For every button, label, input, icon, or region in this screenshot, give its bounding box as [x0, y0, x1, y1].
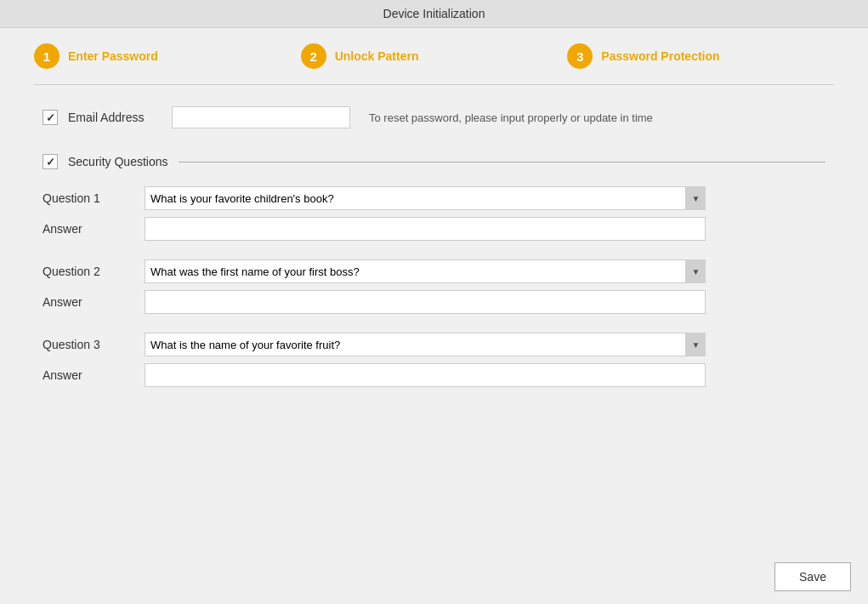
- email-checkbox[interactable]: [43, 110, 58, 125]
- steps-bar: 1 Enter Password 2 Unlock Pattern 3 Pass…: [0, 28, 868, 84]
- answer-3-input[interactable]: [145, 363, 706, 387]
- step-2: 2 Unlock Pattern: [301, 43, 568, 69]
- email-hint: To reset password, please input properly…: [369, 111, 653, 124]
- question-block-3: Question 3 What is the name of your favo…: [43, 333, 825, 387]
- main-content: Email Address To reset password, please …: [0, 85, 868, 554]
- question-1-select[interactable]: What is your favorite children's book? W…: [145, 186, 706, 210]
- save-button[interactable]: Save: [774, 562, 851, 591]
- question-3-row: Question 3 What is the name of your favo…: [43, 333, 825, 356]
- title-bar: Device Initialization: [0, 0, 868, 28]
- security-checkbox[interactable]: [43, 154, 58, 169]
- answer-2-label: Answer: [43, 295, 136, 309]
- question-2-select-wrapper: What was the first name of your first bo…: [145, 259, 706, 283]
- question-2-select[interactable]: What was the first name of your first bo…: [145, 259, 706, 283]
- step-1: 1 Enter Password: [34, 43, 301, 69]
- window: Device Initialization 1 Enter Password 2…: [0, 0, 868, 604]
- security-section: Security Questions Question 1 What is yo…: [43, 154, 825, 387]
- security-divider: [179, 162, 826, 162]
- footer: Save: [0, 554, 868, 604]
- security-header: Security Questions: [43, 154, 825, 169]
- answer-2-input[interactable]: [145, 290, 706, 314]
- answer-1-label: Answer: [43, 222, 136, 236]
- step-2-label: Unlock Pattern: [335, 49, 419, 63]
- step-3-number: 3: [567, 43, 593, 69]
- title-text: Device Initialization: [383, 7, 485, 20]
- question-block-2: Question 2 What was the first name of yo…: [43, 259, 825, 314]
- email-input[interactable]: [172, 106, 350, 128]
- answer-1-row: Answer: [43, 217, 825, 241]
- email-label: Email Address: [68, 111, 162, 124]
- question-2-label: Question 2: [43, 265, 136, 278]
- security-label: Security Questions: [68, 155, 168, 168]
- step-1-number: 1: [34, 43, 60, 69]
- step-2-number: 2: [301, 43, 326, 69]
- question-3-select[interactable]: What is the name of your favorite fruit?…: [145, 333, 706, 356]
- answer-3-row: Answer: [43, 363, 825, 387]
- answer-2-row: Answer: [43, 290, 825, 314]
- answer-1-input[interactable]: [145, 217, 706, 241]
- question-2-row: Question 2 What was the first name of yo…: [43, 259, 825, 283]
- question-1-row: Question 1 What is your favorite childre…: [43, 186, 825, 210]
- step-3: 3 Password Protection: [567, 43, 834, 69]
- step-1-label: Enter Password: [68, 49, 158, 63]
- question-1-label: Question 1: [43, 191, 136, 205]
- question-3-select-wrapper: What is the name of your favorite fruit?…: [145, 333, 706, 356]
- question-3-label: Question 3: [43, 338, 136, 351]
- email-row: Email Address To reset password, please …: [43, 106, 825, 128]
- question-block-1: Question 1 What is your favorite childre…: [43, 186, 825, 241]
- step-3-label: Password Protection: [601, 49, 719, 63]
- question-1-select-wrapper: What is your favorite children's book? W…: [145, 186, 706, 210]
- answer-3-label: Answer: [43, 368, 136, 382]
